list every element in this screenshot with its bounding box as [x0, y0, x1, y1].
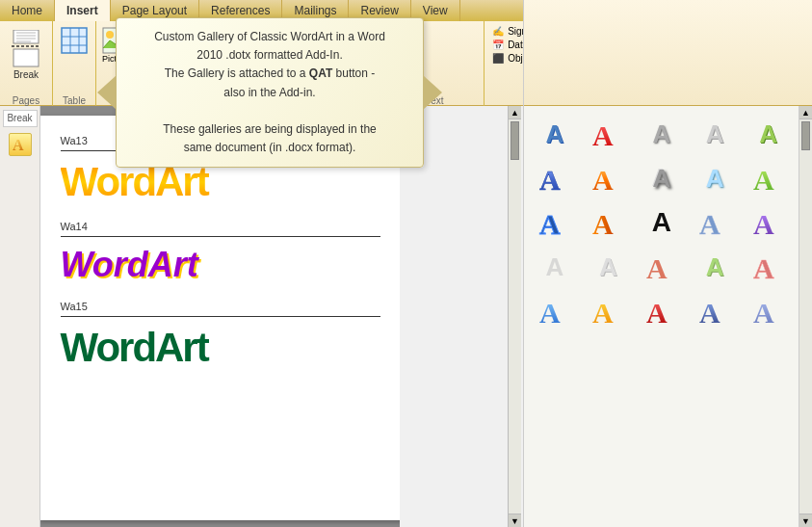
pages-group: Break Pages — [0, 21, 53, 106]
qat-wordart-button[interactable]: A — [9, 133, 32, 156]
gallery-item-10[interactable]: A — [746, 158, 792, 198]
gallery-item-9[interactable]: A — [692, 158, 738, 198]
page-break-label: Break — [13, 69, 39, 80]
gallery-item-21[interactable]: A — [532, 291, 578, 331]
svg-text:A: A — [592, 208, 614, 240]
qat-bold: QAT — [309, 66, 332, 80]
gallery-item-23[interactable]: A — [639, 291, 685, 331]
gallery-item-16[interactable]: A — [532, 247, 578, 287]
tab-insert[interactable]: Insert — [55, 0, 111, 21]
wa14-line — [61, 236, 380, 237]
svg-text:A: A — [699, 208, 720, 240]
gallery-item-5[interactable]: A — [746, 114, 792, 154]
table-group: Table — [53, 21, 96, 106]
svg-text:A: A — [592, 297, 614, 329]
tooltip-line3: The Gallery is attached to a QAT button … — [130, 65, 409, 83]
gallery-item-4[interactable]: A — [692, 114, 738, 154]
doc-scroll-track[interactable] — [509, 119, 521, 514]
left-sidebar: Break A — [0, 106, 40, 527]
table-button[interactable] — [61, 27, 88, 58]
svg-text:A: A — [753, 164, 774, 196]
svg-text:A: A — [539, 297, 561, 329]
gallery-item-22[interactable]: A — [585, 291, 631, 331]
gallery-item-20[interactable]: A — [746, 247, 792, 287]
section-wa15: Wa15 WordArt — [61, 301, 380, 371]
gallery-item-12[interactable]: A — [585, 202, 631, 243]
gallery-top-row — [524, 0, 812, 105]
gallery-item-25[interactable]: A — [746, 291, 792, 331]
svg-text:A: A — [646, 252, 668, 284]
tooltip-line2: 2010 .dotx formatted Add-In. — [130, 46, 409, 65]
svg-text:A: A — [592, 164, 614, 196]
svg-text:A: A — [13, 137, 24, 153]
svg-text:A: A — [539, 208, 561, 240]
gallery-scroll-thumb[interactable] — [801, 121, 810, 150]
wa14-label: Wa14 — [61, 221, 380, 232]
wa15-line — [61, 316, 380, 317]
svg-text:A: A — [753, 208, 774, 240]
gallery-scroll-down[interactable]: ▼ — [799, 514, 812, 527]
gallery-item-13[interactable]: A — [639, 202, 685, 243]
svg-point-13 — [106, 31, 114, 39]
svg-text:A: A — [646, 297, 668, 329]
section-wa14: Wa14 WordArt — [61, 221, 380, 285]
calendar-icon: 📅 — [492, 40, 504, 50]
gallery-item-3[interactable]: A — [639, 114, 685, 154]
gallery-item-6[interactable]: A — [532, 158, 578, 198]
document-area: Wa13 WordArt Wa14 WordArt Wa15 WordArt — [40, 106, 400, 527]
tooltip-arrow-right — [423, 75, 442, 110]
pages-group-label: Pages — [13, 93, 39, 106]
doc-scroll-down[interactable]: ▼ — [509, 514, 521, 527]
gallery-item-11[interactable]: A — [532, 202, 578, 243]
gallery-item-19[interactable]: A — [692, 247, 738, 287]
gallery-item-14[interactable]: A — [692, 202, 738, 243]
gallery-item-2[interactable]: A — [585, 114, 631, 154]
gallery-item-15[interactable]: A — [746, 202, 792, 243]
wordart-gallery-panel: A A A A A A A A A A A A — [523, 0, 812, 527]
wa15-wordart: WordArt — [61, 325, 380, 371]
doc-scroll-up[interactable]: ▲ — [509, 106, 521, 119]
page-break-button[interactable]: Break — [7, 25, 45, 84]
gallery-scroll-up[interactable]: ▲ — [799, 106, 812, 119]
tooltip-line5: These galleries are being displayed in t… — [130, 120, 409, 139]
gallery-item-18[interactable]: A — [639, 247, 685, 287]
table-group-label: Table — [63, 93, 86, 106]
page-break-side-button[interactable]: Break — [3, 110, 38, 127]
gallery-scrollbar[interactable]: ▲ ▼ — [799, 106, 812, 527]
svg-rect-7 — [62, 28, 87, 53]
svg-text:A: A — [539, 164, 561, 196]
gallery-item-1[interactable]: A — [532, 114, 578, 154]
tooltip-callout: Custom Gallery of Classic WordArt in a W… — [116, 17, 424, 168]
tooltip-line6: same document (in .docx format). — [130, 139, 409, 157]
tab-home[interactable]: Home — [0, 0, 55, 21]
svg-text:A: A — [699, 297, 720, 329]
gallery-item-7[interactable]: A — [585, 158, 631, 198]
doc-scroll-thumb[interactable] — [511, 121, 519, 160]
gallery-item-8[interactable]: A — [639, 158, 685, 198]
tooltip-line4: also in the Add-in. — [130, 84, 409, 102]
page-break-icon — [11, 29, 41, 69]
gallery-toolbar — [524, 0, 812, 106]
gallery-scroll-track[interactable] — [799, 119, 812, 514]
wa15-label: Wa15 — [61, 301, 380, 312]
object-icon: ⬛ — [492, 53, 504, 64]
gallery-item-24[interactable]: A — [692, 291, 738, 331]
gallery-scroll-area[interactable]: A A A A A A A A A A A A — [524, 106, 812, 527]
svg-text:A: A — [753, 297, 774, 329]
svg-rect-2 — [13, 49, 39, 66]
document-scrollbar[interactable]: ▲ ▼ — [508, 106, 521, 527]
wa14-wordart: WordArt — [61, 245, 380, 285]
svg-text:A: A — [592, 119, 614, 151]
document-page: Wa13 WordArt Wa14 WordArt Wa15 WordArt — [40, 116, 400, 520]
gallery-item-17[interactable]: A — [585, 247, 631, 287]
gallery-grid: A A A A A A A A A A A A — [532, 114, 795, 331]
tooltip-arrow-left — [97, 75, 117, 110]
svg-text:A: A — [753, 252, 774, 284]
signature-icon: ✍ — [492, 26, 504, 37]
tooltip-line1: Custom Gallery of Classic WordArt in a W… — [130, 28, 409, 46]
